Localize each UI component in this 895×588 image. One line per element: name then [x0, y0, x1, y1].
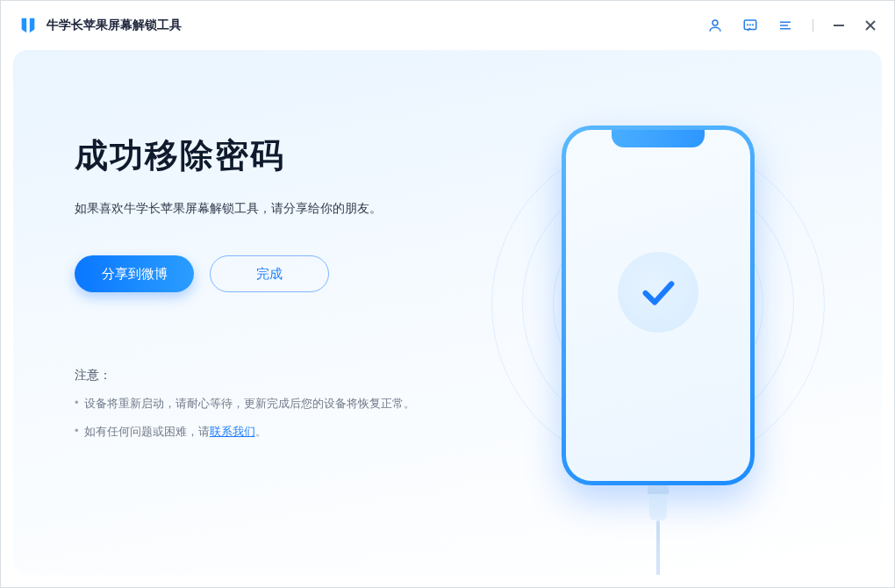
titlebar-right	[707, 18, 877, 33]
button-row: 分享到微博 完成	[75, 255, 496, 292]
cable-body	[649, 494, 667, 520]
titlebar-separator	[813, 19, 813, 32]
note-item-1: • 设备将重新启动，请耐心等待，更新完成后您的设备将恢复正常。	[75, 396, 496, 412]
bullet-icon: •	[75, 424, 79, 440]
note-text-1: 设备将重新启动，请耐心等待，更新完成后您的设备将恢复正常。	[84, 396, 415, 412]
svg-point-4	[753, 25, 754, 25]
minimize-button[interactable]	[833, 19, 845, 32]
svg-point-0	[712, 20, 718, 25]
notes-heading: 注意：	[75, 368, 496, 384]
note-2-suffix: 。	[255, 425, 267, 438]
app-title: 牛学长苹果屏幕解锁工具	[47, 18, 182, 33]
titlebar-left: 牛学长苹果屏幕解锁工具	[18, 16, 182, 35]
success-heading: 成功移除密码	[75, 133, 496, 178]
share-button[interactable]: 分享到微博	[75, 255, 194, 292]
close-button[interactable]	[864, 19, 877, 32]
phone-notch	[612, 130, 705, 147]
titlebar: 牛学长苹果屏幕解锁工具	[1, 1, 894, 50]
cable-plug	[648, 485, 669, 494]
checkmark-icon	[638, 272, 678, 312]
app-window: 牛学长苹果屏幕解锁工具 成功移除密码 如果喜欢牛	[0, 0, 895, 588]
done-button[interactable]: 完成	[210, 255, 329, 292]
cable-wire	[656, 520, 660, 575]
bullet-icon: •	[75, 396, 79, 412]
left-column: 成功移除密码 如果喜欢牛学长苹果屏幕解锁工具，请分享给你的朋友。 分享到微博 完…	[75, 103, 496, 575]
content-frame: 成功移除密码 如果喜欢牛学长苹果屏幕解锁工具，请分享给你的朋友。 分享到微博 完…	[1, 50, 894, 587]
note-item-2: • 如有任何问题或困难，请联系我们。	[75, 424, 496, 440]
cable-illustration	[645, 485, 671, 575]
contact-us-link[interactable]: 联系我们	[210, 425, 255, 438]
main-panel: 成功移除密码 如果喜欢牛学长苹果屏幕解锁工具，请分享给你的朋友。 分享到微博 完…	[13, 50, 882, 575]
user-icon[interactable]	[707, 18, 723, 33]
subtitle: 如果喜欢牛学长苹果屏幕解锁工具，请分享给你的朋友。	[75, 201, 496, 217]
svg-point-3	[750, 25, 751, 25]
feedback-icon[interactable]	[742, 18, 758, 33]
phone-screen	[566, 130, 750, 481]
app-logo-icon	[18, 16, 38, 35]
svg-point-2	[748, 25, 748, 25]
menu-icon[interactable]	[777, 18, 793, 33]
note-2-prefix: 如有任何问题或困难，请	[84, 425, 210, 438]
note-text-2: 如有任何问题或困难，请联系我们。	[84, 424, 267, 440]
right-column	[496, 103, 820, 575]
phone-illustration	[562, 125, 755, 485]
success-check-circle	[618, 252, 698, 333]
